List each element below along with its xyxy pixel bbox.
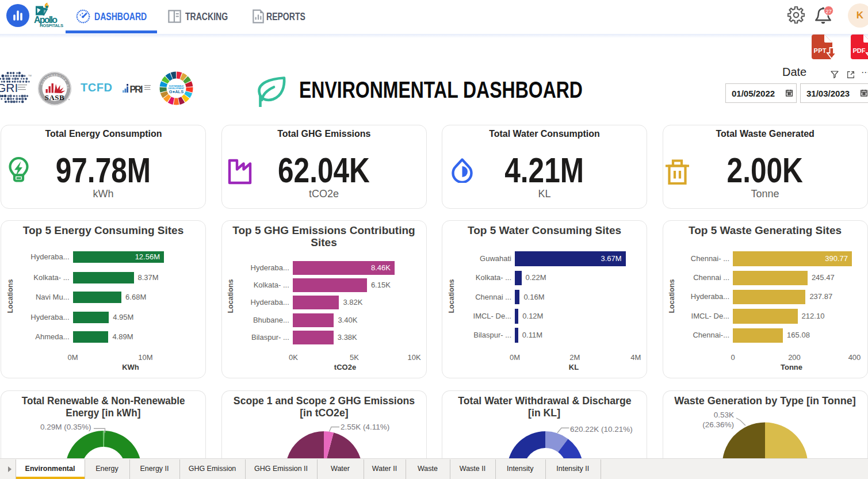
svg-text:HOSPITALS: HOSPITALS [40, 23, 63, 28]
svg-text:TM: TM [28, 74, 32, 77]
svg-text:PPT: PPT [814, 47, 827, 54]
svg-text:PDF: PDF [853, 47, 866, 54]
svg-text:PRI: PRI [130, 85, 143, 94]
svg-text:GRI: GRI [0, 81, 18, 94]
svg-text:SASB: SASB [45, 93, 65, 102]
svg-text:G●ALS: G●ALS [169, 89, 183, 94]
